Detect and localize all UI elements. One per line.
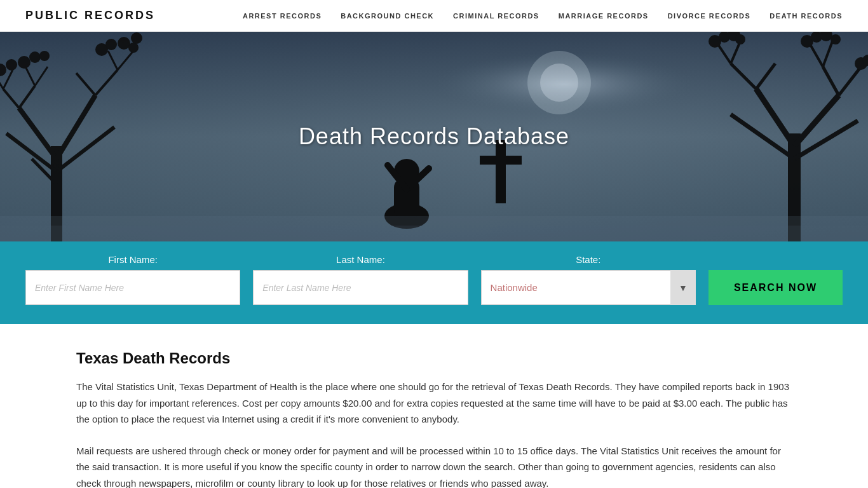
nav-arrest-records[interactable]: ARREST RECORDS bbox=[243, 12, 322, 20]
svg-point-47 bbox=[735, 34, 745, 44]
last-name-label: Last Name: bbox=[253, 254, 468, 265]
state-label: State: bbox=[481, 254, 696, 265]
nav-background-check[interactable]: BACKGROUND CHECK bbox=[341, 12, 434, 20]
hero-section: Death Records Database bbox=[0, 32, 868, 241]
paragraph-1: The Vital Statistics Unit, Texas Departm… bbox=[76, 379, 792, 428]
last-name-input[interactable] bbox=[253, 270, 468, 305]
header: PUBLIC RECORDS ARREST RECORDS BACKGROUND… bbox=[0, 0, 868, 32]
svg-point-25 bbox=[39, 51, 50, 61]
state-field: State: NationwideAlabamaAlaskaArizonaArk… bbox=[481, 254, 696, 305]
search-section: First Name: Last Name: State: Nationwide… bbox=[0, 241, 868, 324]
first-name-input[interactable] bbox=[25, 270, 240, 305]
nav-marriage-records[interactable]: MARRIAGE RECORDS bbox=[559, 12, 649, 20]
navigation: ARREST RECORDS BACKGROUND CHECK CRIMINAL… bbox=[243, 12, 843, 20]
svg-point-51 bbox=[831, 34, 841, 44]
section-title: Texas Death Records bbox=[76, 349, 792, 367]
state-select-wrapper: NationwideAlabamaAlaskaArizonaArkansasCa… bbox=[481, 270, 696, 305]
last-name-field: Last Name: bbox=[253, 254, 468, 305]
nav-criminal-records[interactable]: CRIMINAL RECORDS bbox=[453, 12, 539, 20]
svg-rect-55 bbox=[480, 156, 522, 165]
first-name-field: First Name: bbox=[25, 254, 240, 305]
svg-point-23 bbox=[18, 56, 31, 69]
svg-rect-62 bbox=[0, 226, 868, 241]
nav-divorce-records[interactable]: DIVORCE RECORDS bbox=[668, 12, 751, 20]
logo: PUBLIC RECORDS bbox=[25, 9, 155, 22]
svg-point-27 bbox=[105, 39, 117, 50]
nav-death-records[interactable]: DEATH RECORDS bbox=[770, 12, 843, 20]
svg-point-30 bbox=[131, 32, 142, 44]
svg-point-3 bbox=[540, 64, 578, 102]
svg-point-29 bbox=[128, 43, 139, 53]
state-select[interactable]: NationwideAlabamaAlaskaArizonaArkansasCa… bbox=[481, 270, 696, 305]
svg-point-21 bbox=[6, 59, 17, 71]
hero-title: Death Records Database bbox=[299, 123, 569, 150]
search-button[interactable]: SEARCH NOW bbox=[709, 270, 843, 305]
paragraph-2: Mail requests are ushered through check … bbox=[76, 443, 792, 489]
first-name-label: First Name: bbox=[25, 254, 240, 265]
svg-point-24 bbox=[29, 51, 41, 63]
content-section: Texas Death Records The Vital Statistics… bbox=[0, 324, 868, 488]
